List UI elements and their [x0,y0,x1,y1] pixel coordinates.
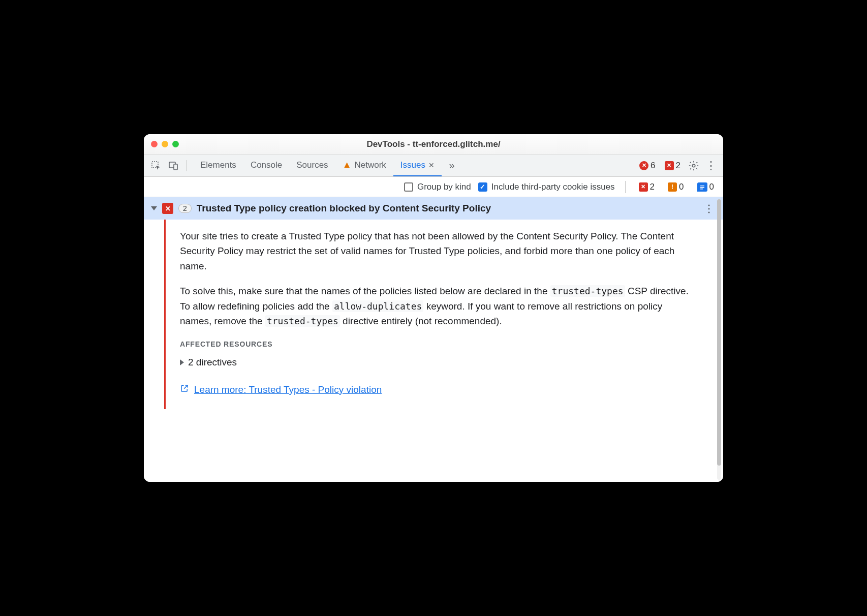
svg-point-3 [692,164,695,167]
tab-sources[interactable]: Sources [289,155,335,176]
filter-page-errors[interactable]: ✕ 2 [639,182,655,192]
code-snippet: trusted-types [550,285,625,297]
issue-header-row[interactable]: ✕ 2 Trusted Type policy creation blocked… [144,197,723,220]
window-controls [151,141,179,147]
third-party-checkbox[interactable]: Include third-party cookie issues [478,182,615,192]
tab-label: Console [251,160,282,170]
divider [625,181,626,193]
issue-expanded: Your site tries to create a Trusted Type… [144,220,723,409]
learn-more-link[interactable]: Learn more: Trusted Types - Policy viola… [194,382,382,397]
page-error-count: 2 [676,161,680,171]
count: 0 [709,182,714,192]
breaking-change-icon: ! [668,182,677,192]
checkbox-icon [478,182,487,192]
svg-rect-4 [700,186,704,187]
expand-toggle-icon[interactable] [151,206,157,210]
zoom-window-button[interactable] [172,141,179,147]
count: 2 [650,182,655,192]
external-link-icon [180,382,189,397]
page-error-icon: ✕ [665,161,674,170]
tab-issues[interactable]: Issues ✕ [393,155,442,176]
divider [187,160,187,171]
main-toolbar: Elements Console Sources ▲ Network Issue… [144,155,723,177]
issue-title: Trusted Type policy creation blocked by … [197,203,491,214]
tab-label: Sources [296,160,328,170]
window-title: DevTools - tt-enforced.glitch.me/ [144,139,723,149]
checkbox-label: Group by kind [417,182,471,192]
inspect-element-icon[interactable] [149,159,163,173]
tab-label: Elements [200,160,236,170]
group-by-kind-checkbox[interactable]: Group by kind [404,182,471,192]
tab-elements[interactable]: Elements [193,155,243,176]
close-tab-icon[interactable]: ✕ [428,161,435,169]
issue-count-pill: 2 [178,204,192,213]
chevron-right-icon [180,359,184,365]
error-count: 6 [651,161,655,171]
close-window-button[interactable] [151,141,158,147]
code-snippet: trusted-types [265,315,340,327]
issue-description-p2: To solve this, make sure that the names … [180,284,693,328]
filter-breaking[interactable]: ! 0 [668,182,684,192]
tab-label: Issues [400,160,425,170]
affected-resources-label: AFFECTED RESOURCES [180,339,693,350]
directives-expander[interactable]: 2 directives [180,355,693,369]
svg-rect-5 [700,187,704,188]
learn-more-row: Learn more: Trusted Types - Policy viola… [180,382,693,397]
filter-info[interactable]: 0 [697,182,714,192]
issues-list: ✕ 2 Trusted Type policy creation blocked… [144,197,723,482]
tab-label: Network [354,160,386,170]
info-icon [697,182,707,192]
issues-panel: ✕ 2 Trusted Type policy creation blocked… [144,197,723,482]
tab-network[interactable]: ▲ Network [335,155,393,176]
error-count-badge[interactable]: 6 [639,161,655,171]
warning-icon: ▲ [343,160,352,170]
page-error-icon: ✕ [162,203,173,214]
svg-rect-6 [700,189,703,190]
issues-toolbar: Group by kind Include third-party cookie… [144,177,723,197]
devtools-window: DevTools - tt-enforced.glitch.me/ Elemen… [144,134,723,482]
device-toolbar-icon[interactable] [166,159,180,173]
count: 0 [679,182,684,192]
titlebar: DevTools - tt-enforced.glitch.me/ [144,134,723,155]
panel-tabs: Elements Console Sources ▲ Network Issue… [193,155,442,176]
more-icon[interactable]: ⋮ [704,159,718,173]
settings-icon[interactable] [687,159,701,173]
page-error-badge[interactable]: ✕ 2 [665,161,680,171]
directives-label: 2 directives [188,355,237,369]
more-tabs-icon[interactable]: » [445,159,459,173]
issue-description-p1: Your site tries to create a Trusted Type… [180,229,693,273]
svg-rect-2 [174,164,177,170]
error-icon [639,161,648,170]
minimize-window-button[interactable] [162,141,168,147]
code-snippet: allow-duplicates [332,300,423,312]
page-error-icon: ✕ [639,182,648,192]
issue-menu-icon[interactable]: ⋮ [702,201,716,215]
issue-body: Your site tries to create a Trusted Type… [166,220,723,409]
tab-console[interactable]: Console [243,155,289,176]
scrollbar[interactable] [717,199,721,480]
checkbox-label: Include third-party cookie issues [491,182,615,192]
checkbox-icon [404,182,413,192]
